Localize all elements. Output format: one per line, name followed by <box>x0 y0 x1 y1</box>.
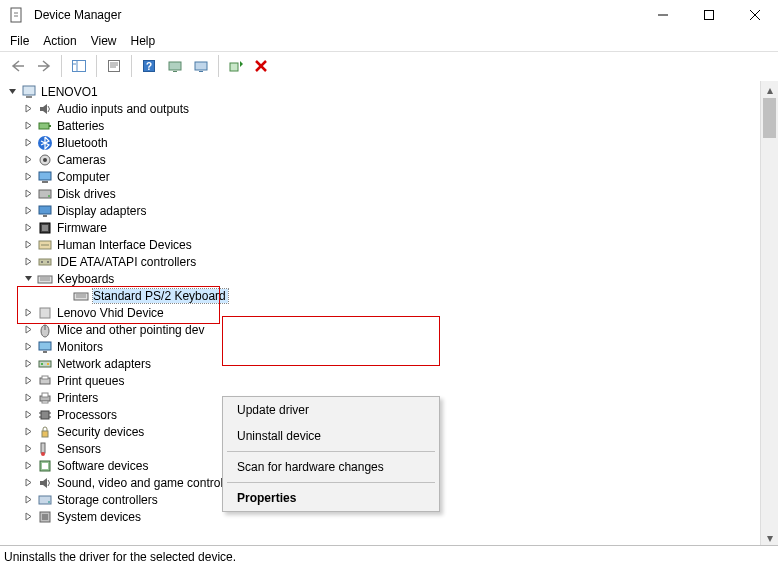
svg-rect-71 <box>42 463 48 469</box>
tree-item-bluetooth[interactable]: Bluetooth <box>0 134 760 151</box>
svg-rect-4 <box>705 11 714 20</box>
expand-icon[interactable] <box>20 203 36 219</box>
mouse-icon <box>37 322 53 338</box>
ide-icon <box>37 254 53 270</box>
vertical-scrollbar[interactable]: ▴ ▾ <box>760 81 778 546</box>
expand-icon[interactable] <box>20 135 36 151</box>
svg-rect-30 <box>39 172 51 180</box>
maximize-button[interactable] <box>686 0 732 30</box>
tree-item-keyboard-child[interactable]: Standard PS/2 Keyboard <box>0 287 760 304</box>
tree-item-label: Computer <box>57 170 110 184</box>
context-update-driver[interactable]: Update driver <box>223 397 439 423</box>
svg-rect-58 <box>42 376 48 379</box>
show-hide-tree-button[interactable] <box>67 55 91 77</box>
expand-icon[interactable] <box>20 220 36 236</box>
expand-icon[interactable] <box>20 458 36 474</box>
context-scan-hardware[interactable]: Scan for hardware changes <box>223 454 439 480</box>
tree-item-label: Keyboards <box>57 272 114 286</box>
tree-item-computer[interactable]: Computer <box>0 168 760 185</box>
expand-icon[interactable] <box>20 254 36 270</box>
tree-item-ide[interactable]: IDE ATA/ATAPI controllers <box>0 253 760 270</box>
expand-icon[interactable] <box>20 305 36 321</box>
menu-file[interactable]: File <box>4 32 35 50</box>
expand-icon[interactable] <box>20 475 36 491</box>
tree-item-label: Network adapters <box>57 357 151 371</box>
tree-item-generic[interactable]: Lenovo Vhid Device <box>0 304 760 321</box>
tree-item-firmware[interactable]: Firmware <box>0 219 760 236</box>
tree-item-network[interactable]: Network adapters <box>0 355 760 372</box>
expand-icon[interactable] <box>20 373 36 389</box>
expand-icon[interactable] <box>20 339 36 355</box>
context-uninstall-device[interactable]: Uninstall device <box>223 423 439 449</box>
tree-item-monitor[interactable]: Monitors <box>0 338 760 355</box>
collapse-icon[interactable] <box>20 271 36 287</box>
tree-item-hid[interactable]: Human Interface Devices <box>0 236 760 253</box>
tree-item-label: Storage controllers <box>57 493 158 507</box>
expand-icon[interactable] <box>20 424 36 440</box>
expand-icon[interactable] <box>20 237 36 253</box>
svg-rect-31 <box>42 181 48 183</box>
context-properties[interactable]: Properties <box>223 485 439 511</box>
expand-icon[interactable] <box>20 186 36 202</box>
svg-rect-54 <box>39 361 51 367</box>
forward-button[interactable] <box>32 55 56 77</box>
enable-device-button[interactable] <box>224 55 248 77</box>
expand-icon[interactable] <box>20 356 36 372</box>
svg-rect-23 <box>23 86 35 95</box>
uninstall-device-button[interactable] <box>250 55 274 77</box>
expand-icon[interactable] <box>20 509 36 525</box>
svg-rect-40 <box>39 259 51 265</box>
window-title: Device Manager <box>34 8 634 22</box>
scan-hardware-button[interactable] <box>189 55 213 77</box>
svg-rect-25 <box>39 123 49 129</box>
menu-action[interactable]: Action <box>37 32 82 50</box>
menu-view[interactable]: View <box>85 32 123 50</box>
tree-item-label: Cameras <box>57 153 106 167</box>
help-button[interactable]: ? <box>137 55 161 77</box>
tree-item-disk[interactable]: Disk drives <box>0 185 760 202</box>
svg-rect-52 <box>39 342 51 350</box>
properties-button[interactable] <box>102 55 126 77</box>
expand-icon[interactable] <box>20 152 36 168</box>
svg-point-55 <box>41 363 43 365</box>
titlebar: Device Manager <box>0 0 778 31</box>
expand-icon[interactable] <box>20 169 36 185</box>
tree-item-audio[interactable]: Audio inputs and outputs <box>0 100 760 117</box>
update-driver-button[interactable] <box>163 55 187 77</box>
tree-item-display[interactable]: Display adapters <box>0 202 760 219</box>
tree-item-battery[interactable]: Batteries <box>0 117 760 134</box>
scroll-thumb[interactable] <box>763 98 776 138</box>
close-button[interactable] <box>732 0 778 30</box>
expand-icon[interactable] <box>20 441 36 457</box>
generic-icon <box>37 305 53 321</box>
expand-icon[interactable] <box>20 407 36 423</box>
svg-point-29 <box>43 158 47 162</box>
tree-item-keyboard[interactable]: Keyboards <box>0 270 760 287</box>
svg-rect-75 <box>42 514 48 520</box>
tree-item-printq[interactable]: Print queues <box>0 372 760 389</box>
expand-icon[interactable] <box>20 101 36 117</box>
svg-point-42 <box>47 261 49 263</box>
scroll-up-arrow[interactable]: ▴ <box>761 81 778 98</box>
battery-icon <box>37 118 53 134</box>
minimize-button[interactable] <box>640 0 686 30</box>
expand-icon[interactable] <box>20 390 36 406</box>
svg-rect-53 <box>43 351 47 353</box>
svg-point-69 <box>41 452 45 456</box>
svg-rect-67 <box>42 431 48 437</box>
software-icon <box>37 458 53 474</box>
tree-item-label: Firmware <box>57 221 107 235</box>
tree-item-mouse[interactable]: Mice and other pointing dev <box>0 321 760 338</box>
printq-icon <box>37 373 53 389</box>
expand-icon[interactable] <box>20 322 36 338</box>
scroll-down-arrow[interactable]: ▾ <box>761 529 778 546</box>
tree-root[interactable]: LENOVO1 <box>0 83 760 100</box>
cpu-icon <box>37 407 53 423</box>
expand-icon[interactable] <box>20 492 36 508</box>
menu-help[interactable]: Help <box>125 32 162 50</box>
tree-item-camera[interactable]: Cameras <box>0 151 760 168</box>
svg-point-41 <box>41 261 43 263</box>
expand-icon[interactable] <box>20 118 36 134</box>
collapse-icon[interactable] <box>4 84 20 100</box>
back-button[interactable] <box>6 55 30 77</box>
